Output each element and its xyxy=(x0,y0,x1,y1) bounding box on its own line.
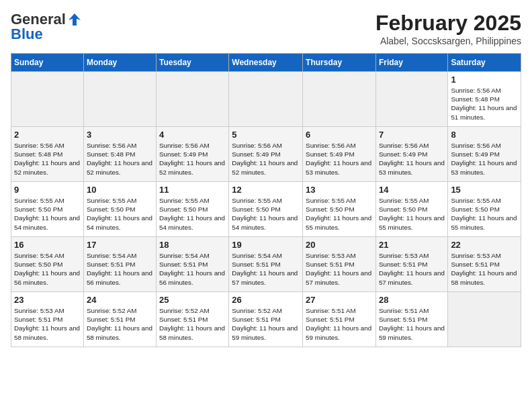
header-day-tuesday: Tuesday xyxy=(156,54,228,72)
day-number: 20 xyxy=(306,240,373,250)
day-info: Sunrise: 5:54 AM Sunset: 5:51 PM Dayligh… xyxy=(87,251,153,287)
day-number: 4 xyxy=(159,130,226,140)
day-info: Sunrise: 5:56 AM Sunset: 5:49 PM Dayligh… xyxy=(232,141,300,177)
day-info: Sunrise: 5:53 AM Sunset: 5:51 PM Dayligh… xyxy=(379,251,445,287)
calendar-cell: 22Sunrise: 5:53 AM Sunset: 5:51 PM Dayli… xyxy=(448,237,521,292)
day-number: 6 xyxy=(306,130,373,140)
calendar-cell: 10Sunrise: 5:55 AM Sunset: 5:50 PM Dayli… xyxy=(83,182,156,237)
day-number: 19 xyxy=(232,240,300,250)
day-number: 28 xyxy=(379,295,445,305)
day-info: Sunrise: 5:53 AM Sunset: 5:51 PM Dayligh… xyxy=(451,251,518,287)
day-info: Sunrise: 5:56 AM Sunset: 5:49 PM Dayligh… xyxy=(306,141,373,177)
calendar-cell: 9Sunrise: 5:55 AM Sunset: 5:50 PM Daylig… xyxy=(11,182,84,237)
day-number: 21 xyxy=(379,240,445,250)
day-info: Sunrise: 5:56 AM Sunset: 5:48 PM Dayligh… xyxy=(14,141,81,177)
day-info: Sunrise: 5:56 AM Sunset: 5:49 PM Dayligh… xyxy=(451,141,518,177)
calendar-week-4: 16Sunrise: 5:54 AM Sunset: 5:50 PM Dayli… xyxy=(11,237,521,292)
day-info: Sunrise: 5:52 AM Sunset: 5:51 PM Dayligh… xyxy=(159,306,226,342)
header-day-monday: Monday xyxy=(83,54,156,72)
header-day-friday: Friday xyxy=(375,54,447,72)
calendar-table: SundayMondayTuesdayWednesdayThursdayFrid… xyxy=(11,53,521,347)
day-info: Sunrise: 5:56 AM Sunset: 5:48 PM Dayligh… xyxy=(451,86,518,122)
calendar-cell xyxy=(303,72,376,127)
calendar-cell: 17Sunrise: 5:54 AM Sunset: 5:51 PM Dayli… xyxy=(83,237,156,292)
calendar-title: February 2025 xyxy=(375,11,521,36)
logo: General Blue xyxy=(11,11,82,43)
day-number: 13 xyxy=(306,185,373,195)
header-day-wednesday: Wednesday xyxy=(229,54,303,72)
calendar-week-3: 9Sunrise: 5:55 AM Sunset: 5:50 PM Daylig… xyxy=(11,182,521,237)
calendar-cell xyxy=(83,72,156,127)
day-number: 3 xyxy=(87,130,153,140)
day-number: 24 xyxy=(87,295,153,305)
calendar-cell: 1Sunrise: 5:56 AM Sunset: 5:48 PM Daylig… xyxy=(448,72,521,127)
logo-blue: Blue xyxy=(11,26,43,43)
calendar-cell: 25Sunrise: 5:52 AM Sunset: 5:51 PM Dayli… xyxy=(156,292,228,347)
calendar-cell: 13Sunrise: 5:55 AM Sunset: 5:50 PM Dayli… xyxy=(303,182,376,237)
calendar-cell: 2Sunrise: 5:56 AM Sunset: 5:48 PM Daylig… xyxy=(11,127,84,182)
calendar-cell: 4Sunrise: 5:56 AM Sunset: 5:49 PM Daylig… xyxy=(156,127,228,182)
day-info: Sunrise: 5:54 AM Sunset: 5:51 PM Dayligh… xyxy=(159,251,226,287)
day-info: Sunrise: 5:56 AM Sunset: 5:48 PM Dayligh… xyxy=(87,141,153,177)
calendar-cell: 12Sunrise: 5:55 AM Sunset: 5:50 PM Dayli… xyxy=(229,182,303,237)
day-number: 14 xyxy=(379,185,445,195)
day-info: Sunrise: 5:55 AM Sunset: 5:50 PM Dayligh… xyxy=(14,196,81,232)
day-number: 26 xyxy=(232,295,300,305)
calendar-cell: 11Sunrise: 5:55 AM Sunset: 5:50 PM Dayli… xyxy=(156,182,228,237)
day-number: 16 xyxy=(14,240,81,250)
day-info: Sunrise: 5:51 AM Sunset: 5:51 PM Dayligh… xyxy=(379,306,445,342)
calendar-cell: 5Sunrise: 5:56 AM Sunset: 5:49 PM Daylig… xyxy=(229,127,303,182)
calendar-cell: 14Sunrise: 5:55 AM Sunset: 5:50 PM Dayli… xyxy=(375,182,447,237)
calendar-cell: 15Sunrise: 5:55 AM Sunset: 5:50 PM Dayli… xyxy=(448,182,521,237)
day-number: 25 xyxy=(159,295,226,305)
calendar-cell xyxy=(448,292,521,347)
calendar-cell: 26Sunrise: 5:52 AM Sunset: 5:51 PM Dayli… xyxy=(229,292,303,347)
day-info: Sunrise: 5:55 AM Sunset: 5:50 PM Dayligh… xyxy=(306,196,373,232)
calendar-cell: 23Sunrise: 5:53 AM Sunset: 5:51 PM Dayli… xyxy=(11,292,84,347)
calendar-cell: 8Sunrise: 5:56 AM Sunset: 5:49 PM Daylig… xyxy=(448,127,521,182)
day-number: 8 xyxy=(451,130,518,140)
day-info: Sunrise: 5:52 AM Sunset: 5:51 PM Dayligh… xyxy=(87,306,153,342)
calendar-cell: 28Sunrise: 5:51 AM Sunset: 5:51 PM Dayli… xyxy=(375,292,447,347)
calendar-cell xyxy=(375,72,447,127)
day-info: Sunrise: 5:53 AM Sunset: 5:51 PM Dayligh… xyxy=(14,306,81,342)
day-number: 7 xyxy=(379,130,445,140)
day-info: Sunrise: 5:52 AM Sunset: 5:51 PM Dayligh… xyxy=(232,306,300,342)
header-day-sunday: Sunday xyxy=(11,54,84,72)
day-number: 18 xyxy=(159,240,226,250)
day-number: 22 xyxy=(451,240,518,250)
calendar-cell xyxy=(156,72,228,127)
calendar-cell: 18Sunrise: 5:54 AM Sunset: 5:51 PM Dayli… xyxy=(156,237,228,292)
day-number: 27 xyxy=(306,295,373,305)
day-number: 1 xyxy=(451,75,518,85)
day-number: 11 xyxy=(159,185,226,195)
calendar-week-2: 2Sunrise: 5:56 AM Sunset: 5:48 PM Daylig… xyxy=(11,127,521,182)
svg-marker-0 xyxy=(69,13,81,26)
day-info: Sunrise: 5:55 AM Sunset: 5:50 PM Dayligh… xyxy=(87,196,153,232)
day-number: 9 xyxy=(14,185,81,195)
calendar-cell: 16Sunrise: 5:54 AM Sunset: 5:50 PM Dayli… xyxy=(11,237,84,292)
day-info: Sunrise: 5:55 AM Sunset: 5:50 PM Dayligh… xyxy=(232,196,300,232)
day-number: 12 xyxy=(232,185,300,195)
day-info: Sunrise: 5:56 AM Sunset: 5:49 PM Dayligh… xyxy=(159,141,226,177)
calendar-cell xyxy=(11,72,84,127)
calendar-cell: 3Sunrise: 5:56 AM Sunset: 5:48 PM Daylig… xyxy=(83,127,156,182)
header-day-saturday: Saturday xyxy=(448,54,521,72)
page-header: General Blue February 2025 Alabel, Soccs… xyxy=(11,11,521,46)
day-number: 10 xyxy=(87,185,153,195)
day-number: 15 xyxy=(451,185,518,195)
day-number: 2 xyxy=(14,130,81,140)
calendar-cell: 21Sunrise: 5:53 AM Sunset: 5:51 PM Dayli… xyxy=(375,237,447,292)
calendar-cell: 27Sunrise: 5:51 AM Sunset: 5:51 PM Dayli… xyxy=(303,292,376,347)
calendar-week-5: 23Sunrise: 5:53 AM Sunset: 5:51 PM Dayli… xyxy=(11,292,521,347)
day-info: Sunrise: 5:51 AM Sunset: 5:51 PM Dayligh… xyxy=(306,306,373,342)
calendar-subtitle: Alabel, Soccsksargen, Philippines xyxy=(375,36,521,46)
calendar-cell xyxy=(229,72,303,127)
calendar-cell: 6Sunrise: 5:56 AM Sunset: 5:49 PM Daylig… xyxy=(303,127,376,182)
day-info: Sunrise: 5:55 AM Sunset: 5:50 PM Dayligh… xyxy=(379,196,445,232)
day-info: Sunrise: 5:56 AM Sunset: 5:49 PM Dayligh… xyxy=(379,141,445,177)
day-info: Sunrise: 5:55 AM Sunset: 5:50 PM Dayligh… xyxy=(159,196,226,232)
calendar-cell: 7Sunrise: 5:56 AM Sunset: 5:49 PM Daylig… xyxy=(375,127,447,182)
day-number: 5 xyxy=(232,130,300,140)
header-day-thursday: Thursday xyxy=(303,54,376,72)
